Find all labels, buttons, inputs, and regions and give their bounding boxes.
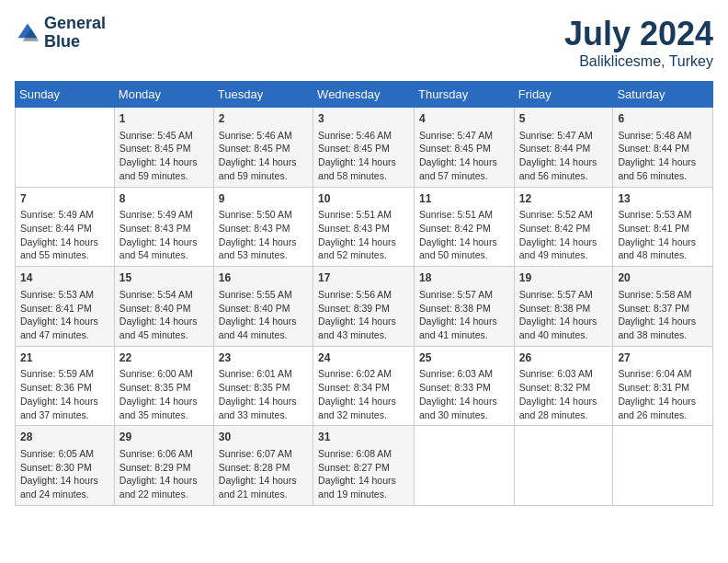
calendar-cell: 15Sunrise: 5:54 AMSunset: 8:40 PMDayligh… [114, 267, 213, 347]
day-number: 18 [419, 270, 509, 286]
logo: General Blue [15, 15, 106, 52]
calendar-cell: 22Sunrise: 6:00 AMSunset: 8:35 PMDayligh… [114, 346, 213, 426]
calendar-cell: 12Sunrise: 5:52 AMSunset: 8:42 PMDayligh… [514, 187, 613, 267]
column-header-wednesday: Wednesday [313, 82, 415, 108]
calendar-cell: 23Sunrise: 6:01 AMSunset: 8:35 PMDayligh… [213, 346, 313, 426]
calendar-cell [415, 426, 515, 506]
day-number: 22 [119, 350, 209, 366]
day-number: 5 [519, 111, 609, 127]
calendar-cell: 28Sunrise: 6:05 AMSunset: 8:30 PMDayligh… [16, 426, 115, 506]
cell-content: Sunrise: 6:00 AMSunset: 8:35 PMDaylight:… [119, 367, 209, 421]
calendar-cell: 21Sunrise: 5:59 AMSunset: 8:36 PMDayligh… [16, 346, 115, 426]
cell-content: Sunrise: 6:07 AMSunset: 8:28 PMDaylight:… [219, 447, 308, 501]
week-row-3: 14Sunrise: 5:53 AMSunset: 8:41 PMDayligh… [16, 267, 713, 347]
column-header-thursday: Thursday [415, 82, 515, 108]
cell-content: Sunrise: 5:48 AMSunset: 8:44 PMDaylight:… [618, 129, 708, 183]
day-number: 23 [219, 350, 308, 366]
calendar-cell: 24Sunrise: 6:02 AMSunset: 8:34 PMDayligh… [313, 346, 415, 426]
logo-text: General Blue [44, 15, 106, 52]
day-number: 26 [519, 350, 609, 366]
calendar-cell: 6Sunrise: 5:48 AMSunset: 8:44 PMDaylight… [613, 108, 713, 188]
cell-content: Sunrise: 5:56 AMSunset: 8:39 PMDaylight:… [318, 288, 409, 342]
calendar-cell: 13Sunrise: 5:53 AMSunset: 8:41 PMDayligh… [613, 187, 713, 267]
cell-content: Sunrise: 5:57 AMSunset: 8:38 PMDaylight:… [519, 288, 609, 342]
calendar-cell: 20Sunrise: 5:58 AMSunset: 8:37 PMDayligh… [613, 267, 713, 347]
cell-content: Sunrise: 6:03 AMSunset: 8:32 PMDaylight:… [519, 367, 609, 421]
day-number: 4 [419, 111, 509, 127]
cell-content: Sunrise: 5:51 AMSunset: 8:42 PMDaylight:… [419, 208, 509, 262]
calendar-cell: 8Sunrise: 5:49 AMSunset: 8:43 PMDaylight… [114, 187, 213, 267]
cell-content: Sunrise: 5:54 AMSunset: 8:40 PMDaylight:… [119, 288, 209, 342]
calendar-cell [514, 426, 613, 506]
calendar-cell: 2Sunrise: 5:46 AMSunset: 8:45 PMDaylight… [213, 108, 313, 188]
day-number: 16 [219, 270, 308, 286]
day-number: 1 [119, 111, 209, 127]
day-number: 29 [119, 430, 209, 445]
day-number: 24 [318, 350, 409, 366]
calendar-cell: 27Sunrise: 6:04 AMSunset: 8:31 PMDayligh… [613, 346, 713, 426]
day-number: 9 [219, 191, 308, 207]
day-number: 14 [20, 270, 109, 286]
cell-content: Sunrise: 5:50 AMSunset: 8:43 PMDaylight:… [219, 208, 308, 262]
cell-content: Sunrise: 6:06 AMSunset: 8:29 PMDaylight:… [119, 447, 209, 501]
day-number: 25 [419, 350, 509, 366]
calendar-table: SundayMondayTuesdayWednesdayThursdayFrid… [15, 81, 713, 506]
calendar-cell: 26Sunrise: 6:03 AMSunset: 8:32 PMDayligh… [514, 346, 613, 426]
logo-icon [15, 20, 40, 46]
cell-content: Sunrise: 5:57 AMSunset: 8:38 PMDaylight:… [419, 288, 509, 342]
cell-content: Sunrise: 6:04 AMSunset: 8:31 PMDaylight:… [618, 367, 708, 421]
calendar-cell: 9Sunrise: 5:50 AMSunset: 8:43 PMDaylight… [213, 187, 313, 267]
page-header: General Blue July 2024 Baliklicesme, Tur… [15, 15, 713, 70]
calendar-cell: 7Sunrise: 5:49 AMSunset: 8:44 PMDaylight… [16, 187, 115, 267]
cell-content: Sunrise: 6:08 AMSunset: 8:27 PMDaylight:… [318, 447, 409, 501]
column-header-sunday: Sunday [16, 82, 115, 108]
calendar-cell: 31Sunrise: 6:08 AMSunset: 8:27 PMDayligh… [313, 426, 415, 506]
column-header-monday: Monday [114, 82, 213, 108]
day-number: 2 [219, 111, 308, 127]
cell-content: Sunrise: 5:58 AMSunset: 8:37 PMDaylight:… [618, 288, 708, 342]
column-header-saturday: Saturday [613, 82, 713, 108]
cell-content: Sunrise: 5:53 AMSunset: 8:41 PMDaylight:… [618, 208, 708, 262]
cell-content: Sunrise: 5:46 AMSunset: 8:45 PMDaylight:… [318, 129, 409, 183]
cell-content: Sunrise: 5:47 AMSunset: 8:44 PMDaylight:… [519, 129, 609, 183]
day-number: 20 [618, 270, 708, 286]
calendar-cell: 29Sunrise: 6:06 AMSunset: 8:29 PMDayligh… [114, 426, 213, 506]
cell-content: Sunrise: 5:51 AMSunset: 8:43 PMDaylight:… [318, 208, 409, 262]
week-row-4: 21Sunrise: 5:59 AMSunset: 8:36 PMDayligh… [16, 346, 713, 426]
day-number: 17 [318, 270, 409, 286]
calendar-cell: 4Sunrise: 5:47 AMSunset: 8:45 PMDaylight… [415, 108, 515, 188]
cell-content: Sunrise: 5:45 AMSunset: 8:45 PMDaylight:… [119, 129, 209, 183]
day-number: 28 [20, 430, 109, 445]
calendar-cell: 1Sunrise: 5:45 AMSunset: 8:45 PMDaylight… [114, 108, 213, 188]
day-number: 30 [219, 430, 308, 445]
day-number: 13 [618, 191, 708, 207]
calendar-cell [16, 108, 115, 188]
cell-content: Sunrise: 5:59 AMSunset: 8:36 PMDaylight:… [20, 367, 109, 421]
cell-content: Sunrise: 5:47 AMSunset: 8:45 PMDaylight:… [419, 129, 509, 183]
column-header-friday: Friday [514, 82, 613, 108]
calendar-cell: 10Sunrise: 5:51 AMSunset: 8:43 PMDayligh… [313, 187, 415, 267]
calendar-cell: 25Sunrise: 6:03 AMSunset: 8:33 PMDayligh… [415, 346, 515, 426]
month-title: July 2024 [564, 15, 713, 53]
cell-content: Sunrise: 6:02 AMSunset: 8:34 PMDaylight:… [318, 367, 409, 421]
day-number: 7 [20, 191, 109, 207]
cell-content: Sunrise: 5:46 AMSunset: 8:45 PMDaylight:… [219, 129, 308, 183]
location: Baliklicesme, Turkey [564, 53, 713, 70]
cell-content: Sunrise: 6:05 AMSunset: 8:30 PMDaylight:… [20, 447, 109, 501]
day-number: 21 [20, 350, 109, 366]
day-number: 31 [318, 430, 409, 445]
calendar-cell: 3Sunrise: 5:46 AMSunset: 8:45 PMDaylight… [313, 108, 415, 188]
cell-content: Sunrise: 5:55 AMSunset: 8:40 PMDaylight:… [219, 288, 308, 342]
calendar-cell: 14Sunrise: 5:53 AMSunset: 8:41 PMDayligh… [16, 267, 115, 347]
day-number: 10 [318, 191, 409, 207]
header-row: SundayMondayTuesdayWednesdayThursdayFrid… [16, 82, 713, 108]
day-number: 11 [419, 191, 509, 207]
day-number: 19 [519, 270, 609, 286]
week-row-2: 7Sunrise: 5:49 AMSunset: 8:44 PMDaylight… [16, 187, 713, 267]
calendar-cell: 11Sunrise: 5:51 AMSunset: 8:42 PMDayligh… [415, 187, 515, 267]
cell-content: Sunrise: 5:52 AMSunset: 8:42 PMDaylight:… [519, 208, 609, 262]
calendar-cell: 30Sunrise: 6:07 AMSunset: 8:28 PMDayligh… [213, 426, 313, 506]
calendar-cell: 16Sunrise: 5:55 AMSunset: 8:40 PMDayligh… [213, 267, 313, 347]
week-row-1: 1Sunrise: 5:45 AMSunset: 8:45 PMDaylight… [16, 108, 713, 188]
cell-content: Sunrise: 6:03 AMSunset: 8:33 PMDaylight:… [419, 367, 509, 421]
